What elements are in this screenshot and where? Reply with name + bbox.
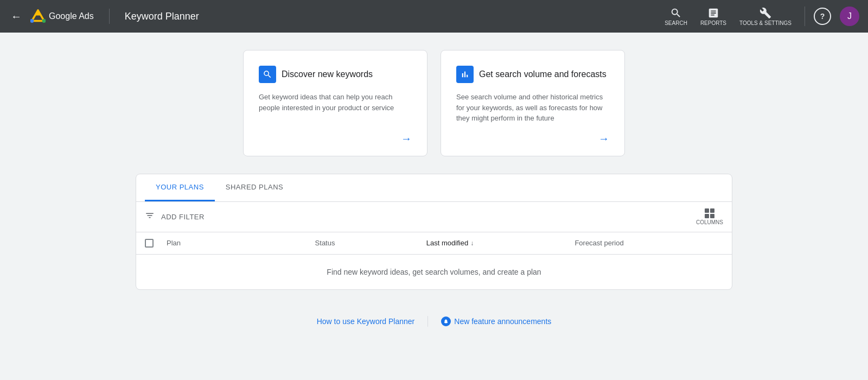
search-volume-card[interactable]: Get search volume and forecasts See sear… <box>441 50 625 156</box>
select-all-checkbox[interactable] <box>145 239 154 248</box>
bell-icon <box>443 319 449 324</box>
tabs-row: YOUR PLANS SHARED PLANS <box>136 174 732 202</box>
reports-nav-button[interactable]: REPORTS <box>696 5 731 28</box>
avatar[interactable]: J <box>840 7 859 26</box>
tools-nav-button[interactable]: TOOLS & SETTINGS <box>735 5 796 28</box>
discover-card-title: Discover new keywords <box>282 69 373 79</box>
announce-icon <box>441 316 451 326</box>
help-button[interactable]: ? <box>814 8 831 25</box>
discover-card-arrow: → <box>401 132 412 145</box>
plans-section: YOUR PLANS SHARED PLANS ADD FILTER COLUM… <box>136 174 732 290</box>
filter-row: ADD FILTER COLUMNS <box>136 202 732 232</box>
header-divider <box>109 9 110 24</box>
plan-column-header[interactable]: Plan <box>167 239 315 247</box>
new-feature-link[interactable]: New feature announcements <box>441 316 551 326</box>
app-name-text: Google Ads <box>49 11 94 21</box>
footer: How to use Keyword Planner New feature a… <box>317 316 552 344</box>
discover-keywords-card[interactable]: Discover new keywords Get keyword ideas … <box>243 50 427 156</box>
forecast-column-header: Forecast period <box>575 239 723 247</box>
status-column-header[interactable]: Status <box>315 239 426 247</box>
google-ads-logo-icon <box>30 9 46 24</box>
sort-arrow-icon: ↓ <box>470 239 474 247</box>
tools-icon <box>760 7 771 19</box>
search-icon <box>670 7 682 19</box>
announce-text: New feature announcements <box>454 317 551 326</box>
bar-chart-icon <box>460 69 470 79</box>
magnify-icon <box>263 69 272 79</box>
forecast-card-icon <box>456 66 474 83</box>
add-filter-button[interactable]: ADD FILTER <box>161 213 205 221</box>
reports-nav-label: REPORTS <box>700 20 726 26</box>
last-modified-column-header[interactable]: Last modified ↓ <box>426 239 575 247</box>
back-button[interactable]: ← <box>9 8 24 25</box>
tools-nav-label: TOOLS & SETTINGS <box>739 20 792 26</box>
discover-card-desc: Get keyword ideas that can help you reac… <box>259 92 412 124</box>
filter-icon <box>145 211 155 223</box>
reports-icon <box>707 7 719 19</box>
table-header: Plan Status Last modified ↓ Forecast per… <box>136 232 732 255</box>
discover-card-icon <box>259 66 276 83</box>
checkbox-col <box>145 239 167 248</box>
header-right: SEARCH REPORTS TOOLS & SETTINGS ? J <box>660 5 859 28</box>
columns-label: COLUMNS <box>696 219 723 225</box>
forecast-card-title: Get search volume and forecasts <box>479 69 607 79</box>
search-nav-label: SEARCH <box>665 20 687 26</box>
tab-shared-plans[interactable]: SHARED PLANS <box>215 174 294 201</box>
columns-button[interactable]: COLUMNS <box>696 208 723 225</box>
google-ads-logo: Google Ads <box>30 9 94 24</box>
card-header: Get search volume and forecasts <box>456 66 609 83</box>
header-left: ← Google Ads Keyword Planner <box>9 8 199 25</box>
main-content: Discover new keywords Get keyword ideas … <box>0 33 868 362</box>
nav-divider <box>805 7 805 26</box>
forecast-card-desc: See search volume and other historical m… <box>456 92 609 124</box>
tab-your-plans[interactable]: YOUR PLANS <box>145 174 215 201</box>
search-nav-button[interactable]: SEARCH <box>660 5 692 28</box>
card-header: Discover new keywords <box>259 66 412 83</box>
page-title: Keyword Planner <box>125 11 199 22</box>
cards-row: Discover new keywords Get keyword ideas … <box>243 50 625 156</box>
footer-divider <box>427 316 428 327</box>
how-to-use-link[interactable]: How to use Keyword Planner <box>317 317 415 326</box>
columns-icon <box>705 208 714 218</box>
forecast-card-arrow: → <box>598 132 609 145</box>
header: ← Google Ads Keyword Planner SEARCH REPO… <box>0 0 868 33</box>
empty-state: Find new keyword ideas, get search volum… <box>136 255 732 289</box>
